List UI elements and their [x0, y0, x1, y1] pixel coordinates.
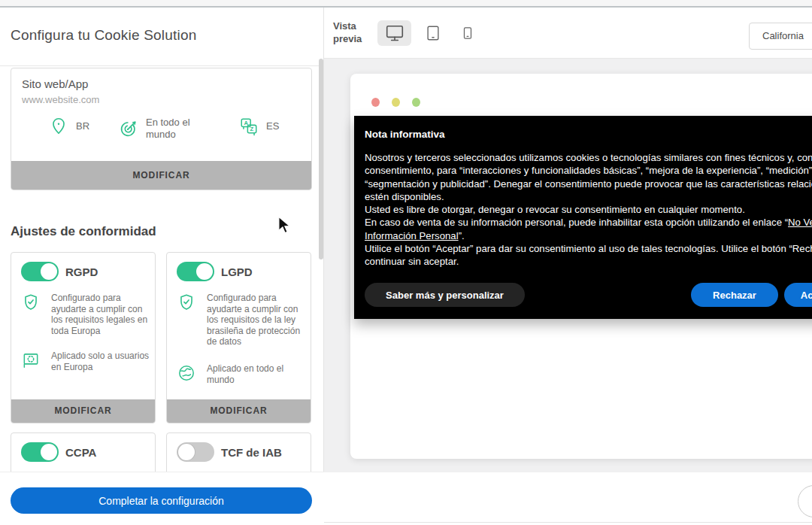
rgpd-card: RGPD Configurado para ayudarte a cumplir… — [11, 252, 156, 423]
language-label: ES — [266, 120, 279, 132]
preview-label: Vista previa — [333, 20, 371, 45]
cookie-banner: Nota informativa Nosotros y terceros sel… — [354, 116, 812, 319]
feature-text: Aplicado en todo el mundo — [207, 363, 308, 385]
traffic-light-green-icon — [412, 98, 420, 107]
website-scope-item: En todo el mundo — [119, 117, 205, 141]
feature-text: Configurado para ayudarte a cumplir con … — [51, 293, 152, 336]
toggle-knob — [196, 263, 213, 280]
lgpd-label: LGPD — [221, 266, 253, 278]
device-desktop-button[interactable] — [377, 20, 411, 46]
website-country-item: BR — [49, 117, 89, 136]
translate-icon: A Z — [239, 117, 259, 136]
banner-customize-button[interactable]: Saber más y personalizar — [365, 283, 525, 307]
website-modify-button[interactable]: MODIFICAR — [11, 161, 311, 190]
country-label: BR — [76, 120, 89, 132]
rgpd-label: RGPD — [65, 266, 98, 278]
device-mobile-button[interactable] — [453, 20, 482, 46]
complete-setup-button[interactable]: Completar la configuración — [11, 487, 312, 514]
rgpd-feature-compliance: Configurado para ayudarte a cumplir con … — [21, 293, 152, 336]
svg-text:A: A — [244, 120, 249, 126]
preview-area: Nota informativa Nosotros y terceros sel… — [324, 59, 812, 472]
lgpd-feature-compliance: Configurado para ayudarte a cumplir con … — [177, 293, 308, 347]
toggle-knob — [41, 444, 57, 460]
shield-check-icon — [21, 293, 41, 336]
page-title: Configura tu Cookie Solution — [11, 27, 196, 44]
preview-header: Vista previa — [324, 8, 812, 59]
lgpd-toggle[interactable] — [177, 262, 214, 281]
feature-text: Configurado para ayudarte a cumplir con … — [207, 293, 308, 347]
banner-text: Nosotros y terceros seleccionados utiliz… — [365, 151, 812, 269]
traffic-light-red-icon — [371, 98, 380, 107]
help-button[interactable] — [798, 485, 812, 517]
rgpd-feature-scope: Aplicado solo a usuarios en Europa — [21, 351, 152, 372]
cookie-solution-configurator: Configura tu Cookie Solution Sito web/Ap… — [0, 0, 812, 525]
tcf-toggle[interactable] — [177, 442, 214, 462]
website-language-item: A Z ES — [239, 117, 279, 136]
feature-text: Aplicado solo a usuarios en Europa — [51, 351, 152, 372]
website-card: Sito web/App www.website.com BR — [11, 68, 312, 190]
traffic-light-yellow-icon — [392, 98, 400, 107]
config-footer: Completar la configuración — [0, 472, 324, 525]
svg-text:Z: Z — [250, 126, 254, 132]
do-not-sell-link[interactable]: Información Personal — [365, 230, 459, 241]
banner-reject-button[interactable]: Rechazar — [691, 283, 778, 307]
desktop-icon — [385, 23, 404, 43]
website-url: www.website.com — [22, 94, 99, 105]
location-pin-icon — [49, 117, 68, 136]
toggle-knob — [178, 444, 195, 460]
toggle-knob — [41, 263, 57, 280]
do-not-sell-link[interactable]: No Vender Mi — [788, 217, 812, 228]
banner-title: Nota informativa — [365, 129, 445, 140]
preview-panel: Vista previa — [324, 8, 812, 525]
tablet-icon — [425, 25, 441, 41]
target-icon — [119, 119, 138, 138]
tcf-label: TCF de IAB — [221, 446, 282, 459]
banner-accept-button[interactable]: Aceptar — [784, 283, 812, 307]
ccpa-label: CCPA — [65, 446, 96, 459]
lgpd-modify-button[interactable]: MODIFICAR — [167, 399, 311, 423]
preview-footer — [324, 472, 812, 525]
mobile-icon — [461, 26, 474, 40]
ccpa-toggle[interactable] — [21, 442, 59, 462]
region-select[interactable]: California — [749, 23, 812, 50]
top-strip — [0, 0, 812, 8]
config-panel-header: Configura tu Cookie Solution — [0, 8, 323, 66]
eu-flag-icon — [21, 351, 41, 372]
device-tablet-button[interactable] — [417, 20, 449, 46]
scope-label: En todo el mundo — [146, 117, 195, 141]
compliance-heading: Ajustes de conformidad — [11, 224, 156, 239]
website-card-title: Sito web/App — [22, 77, 88, 90]
lgpd-feature-scope: Aplicado en todo el mundo — [177, 363, 308, 385]
browser-mockup: Nota informativa Nosotros y terceros sel… — [350, 74, 812, 459]
lgpd-card: LGPD Configurado para ayudarte a cumplir… — [166, 252, 311, 423]
scrollbar-thumb[interactable] — [319, 59, 323, 259]
config-panel: Configura tu Cookie Solution Sito web/Ap… — [0, 8, 324, 525]
rgpd-modify-button[interactable]: MODIFICAR — [11, 399, 155, 423]
globe-icon — [177, 363, 196, 385]
shield-check-icon — [177, 293, 196, 347]
rgpd-toggle[interactable] — [21, 262, 59, 281]
